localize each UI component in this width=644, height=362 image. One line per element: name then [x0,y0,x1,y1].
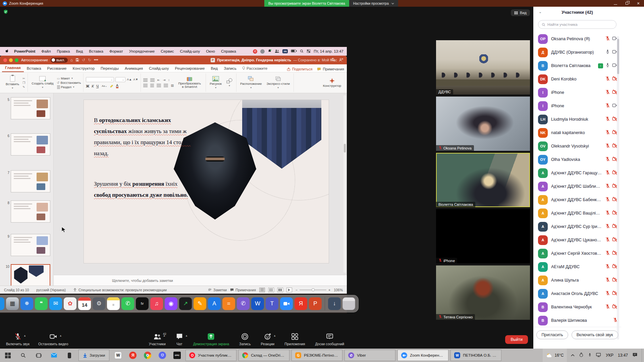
underline-button[interactable]: Ч [96,84,99,88]
participant-row[interactable]: ВВіолетта Світлакова↑ [533,59,621,72]
comments-toggle[interactable]: Примечания [230,288,256,292]
share-button[interactable]: Поделиться [287,67,313,71]
copy-icon[interactable]: ❐ [22,81,25,84]
new-slide-button[interactable]: Создать слайд▼ [30,75,55,90]
mac-clock[interactable]: Пт, 14 апр. 13:47 [314,49,343,53]
epic-games-button[interactable]: EPIC [170,349,184,362]
dock-settings-icon[interactable]: ⚙ [93,297,105,310]
tab-вид[interactable]: Вид [208,65,221,72]
dock-teams-icon[interactable]: T [266,297,278,310]
notification-center-icon[interactable] [632,352,638,358]
participant-row[interactable]: IiPhone [533,86,621,99]
participant-row[interactable]: NKnatali kapitanenko [533,126,621,139]
notification-bell-icon[interactable] [268,49,272,54]
toolbar-people-button[interactable]: 42▲Участники [149,333,166,346]
participant-row[interactable]: OVOleksandr Vysotskyi [533,139,621,153]
slide-thumbnail-9[interactable] [11,234,50,256]
start-button[interactable] [0,349,15,362]
toolbar-smiley-button[interactable]: ▲Реакции [261,333,275,346]
columns-button[interactable]: ▥ [171,83,174,87]
undo-icon[interactable]: ↺ [82,58,85,62]
tab-конструктор[interactable]: Конструктор [69,65,98,72]
align-left-button[interactable] [143,84,148,87]
participant-row[interactable]: AАд'юнкт Сергій Хвостовцов [533,247,621,260]
toolbar-camera-button[interactable]: ▲Остановить видео [38,333,68,346]
spotlight-search-icon[interactable] [300,49,304,54]
dock-calculator-icon[interactable]: = [222,297,235,310]
redo-icon[interactable]: ↻ [88,58,91,62]
mac-menu-вид[interactable]: Вид [73,49,86,53]
dock-podcasts-icon[interactable]: ◉ [165,297,177,310]
slideshow-button[interactable] [286,288,292,292]
mac-menu-слайд-шоу[interactable]: Слайд-шоу [177,49,203,53]
participant-row[interactable]: AАд'юнкт ДДУВС Шаблиста Ол... [533,180,621,193]
more-toolbar-icon[interactable]: ••• [94,58,98,62]
device-app-button[interactable] [62,349,77,362]
participant-search[interactable] [538,20,616,29]
participant-row[interactable]: AАд'юнкт ДДУВС Цуканов Влад... [533,233,621,247]
task-viber[interactable]: ✆Viber [344,350,395,361]
tab-анимация[interactable]: Анимация [122,65,146,72]
accessibility-status[interactable]: Специальные возможности: проверьте реком… [73,288,167,292]
dock-launchpad-icon[interactable]: ▦ [6,297,19,310]
toolbar-record-button[interactable]: Запись [239,333,251,346]
dock-photos-icon[interactable]: ✿ [64,297,76,310]
weather-widget[interactable]: 16°C [543,349,567,362]
comments-button[interactable]: Примечания [317,67,344,71]
bold-button[interactable]: Ж [86,84,89,88]
dock-zoom-icon[interactable] [280,297,293,310]
task-opera[interactable]: OУчастник публикац... [185,350,236,361]
tab-вставка[interactable]: Вставка [24,65,44,72]
mac-menu-app[interactable]: PowerPoint [11,49,38,53]
line-spacing-button[interactable]: ↕ [168,78,170,82]
picture-button[interactable]: Рисунок▼ [208,75,223,90]
participant-row[interactable]: OYOlha Yadlovska [533,153,621,166]
view-layout-button[interactable]: Вид [511,9,530,16]
dock-safari-icon[interactable]: ✵ [20,297,33,310]
tab-рецензирование[interactable]: Рецензирование [172,65,208,72]
slide-text[interactable]: В ортодоксальних ісламських суспільствах… [94,115,195,200]
account-status-icon[interactable] [260,49,265,54]
shapes-button[interactable]: ▼ [225,77,234,88]
mac-zoom-button[interactable] [15,58,18,62]
slide-thumbnail-10[interactable] [11,264,50,286]
share-doc-icon[interactable] [339,58,343,62]
quick-styles-button[interactable]: Экспресс-стили▼ [265,75,291,90]
font-size-select[interactable]: ⌄ [115,77,125,82]
arrange-button[interactable]: Расположение▼ [239,75,263,90]
smartart-button[interactable]: Преобразовать в SmartArt [176,76,203,89]
task-word[interactable]: WПЕТІНОВА О.Б. Кадр... [450,350,501,361]
mac-close-button[interactable] [3,58,7,62]
participant-row[interactable]: AАлина Шульга [533,274,621,287]
mac-minimize-button[interactable] [9,58,13,62]
canvas-scrollbar[interactable] [343,95,346,273]
section-button[interactable]: Раздел▼ [57,85,81,89]
tray-update-icon[interactable] [579,353,584,358]
input-language-badge[interactable]: УК [282,49,288,53]
zoom-in-button[interactable]: + [328,288,330,292]
participant-row[interactable]: AАд'юнкт ДДУВС Гаращук Д.П. [533,166,621,180]
mac-menu-упорядочение[interactable]: Упорядочение [126,49,158,53]
participant-row[interactable]: IiPhone [533,99,621,113]
mac-menu-справка[interactable]: Справка [218,49,239,53]
toolbar-share-button[interactable]: Демонстрация экрана [193,333,229,346]
leave-button[interactable]: Выйти [505,335,528,344]
clear-format-button[interactable]: Аа⌄ [102,84,107,87]
participant-row[interactable]: OPOksana Petinova (Я) [533,32,621,46]
participant-row[interactable]: AАЕтаМ ДДУВС [533,260,621,274]
shrink-font-button[interactable]: А▼ [133,78,138,81]
dock-trash-icon[interactable] [342,297,355,310]
mac-menu-окно[interactable]: Окно [203,49,218,53]
slide-thumbnail-6[interactable] [11,133,50,156]
dock-tv-icon[interactable]: tv [136,297,149,310]
autosave-toggle[interactable]: выкл. [51,58,68,63]
chrome-button[interactable] [140,349,155,362]
home-icon[interactable]: ⌂ [70,58,73,62]
tab-запись[interactable]: Запись [221,65,239,72]
video-tile-4[interactable]: iPhone [436,209,530,263]
control-center-icon[interactable] [307,49,311,54]
participants-scrollbar[interactable] [617,36,619,340]
align-center-button[interactable] [150,84,154,87]
toolbar-apps-button[interactable]: Приложения [284,333,305,346]
dock-mail-icon[interactable]: ✉ [49,297,62,310]
